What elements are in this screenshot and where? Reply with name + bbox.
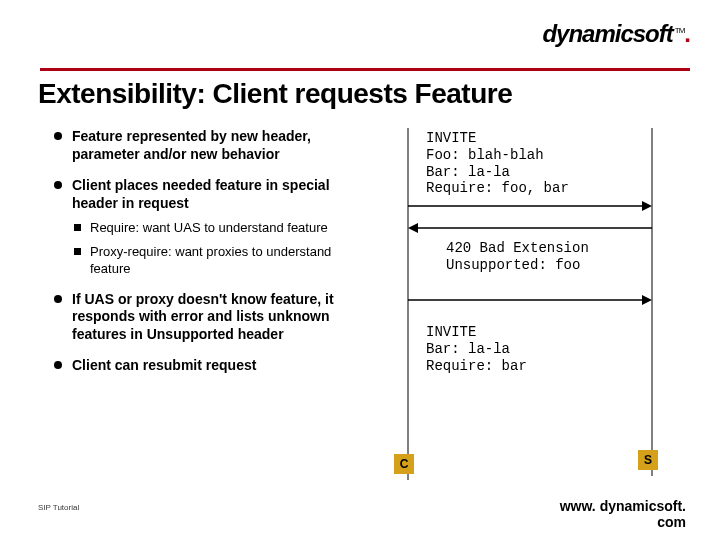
slide: dynamicsoftTM. Extensibility: Client req… (0, 0, 720, 540)
bullet-item: Client places needed feature in special … (54, 177, 364, 277)
svg-marker-5 (408, 223, 418, 233)
endpoint-server: S (638, 450, 658, 470)
sub-item: Require: want UAS to understand feature (72, 220, 364, 236)
bullet-list: Feature represented by new header, param… (54, 128, 364, 375)
svg-marker-3 (642, 201, 652, 211)
slide-title: Extensibility: Client requests Feature (38, 78, 512, 110)
logo-text: dynamicsoft (542, 20, 672, 47)
sub-item: Proxy-require: want proxies to understan… (72, 244, 364, 277)
bullet-text: Client places needed feature in special … (72, 177, 330, 211)
svg-marker-7 (642, 295, 652, 305)
left-column: Feature represented by new header, param… (54, 128, 364, 490)
bullet-item: Feature represented by new header, param… (54, 128, 364, 163)
header-rule (40, 68, 690, 71)
footer-left: SIP Tutorial (38, 503, 79, 512)
footer-url-2: com (657, 514, 686, 530)
footer-url-1: www. dynamicsoft. (560, 498, 686, 514)
right-column: INVITE Foo: blah-blah Bar: la-la Require… (364, 128, 680, 490)
footer-right: www. dynamicsoft. com (560, 498, 686, 530)
body: Feature represented by new header, param… (54, 128, 680, 490)
bullet-text: Client can resubmit request (72, 357, 256, 373)
bullet-item: Client can resubmit request (54, 357, 364, 375)
endpoint-client: C (394, 454, 414, 474)
bullet-text: If UAS or proxy doesn't know feature, it… (72, 291, 334, 342)
logo: dynamicsoftTM. (542, 20, 690, 48)
message-arrows (364, 128, 680, 488)
sub-list: Require: want UAS to understand feature … (72, 220, 364, 277)
bullet-text: Feature represented by new header, param… (72, 128, 311, 162)
logo-dot: . (684, 20, 690, 47)
logo-tm: TM (675, 26, 685, 35)
header: dynamicsoftTM. (40, 0, 690, 68)
bullet-item: If UAS or proxy doesn't know feature, it… (54, 291, 364, 344)
